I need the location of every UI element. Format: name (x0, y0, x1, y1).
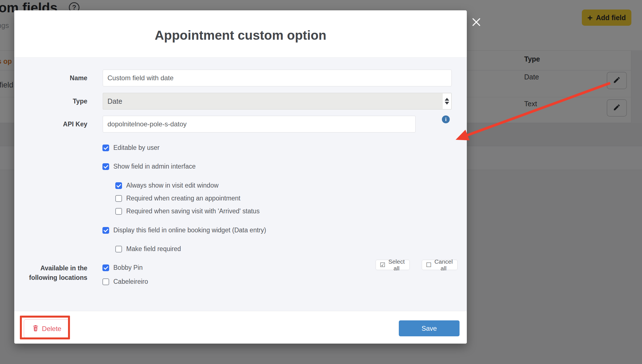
appointment-custom-option-dialog: Appointment custom option Name Type Date… (14, 10, 467, 344)
checkbox-icon[interactable] (115, 246, 122, 252)
checkbox-location-bobby-pin[interactable]: Bobby Pin (102, 264, 143, 271)
dialog-title: Appointment custom option (14, 28, 467, 43)
checkbox-icon[interactable] (102, 278, 109, 285)
checkbox-icon[interactable] (102, 163, 109, 170)
info-icon[interactable]: i (442, 115, 450, 123)
checkbox-editable-by-user[interactable]: Editable by user (102, 144, 160, 152)
name-input[interactable] (103, 70, 452, 86)
trash-icon (32, 324, 39, 333)
api-key-input[interactable] (103, 116, 416, 133)
delete-button[interactable]: Delete (24, 319, 69, 338)
cancel-all-button[interactable]: ☐ Cancel all (422, 260, 458, 270)
type-select-value: Date (107, 97, 122, 105)
select-spinner-icon (443, 93, 451, 109)
checkbox-required-arrived[interactable]: Required when saving visit with 'Arrived… (115, 207, 260, 215)
select-all-button[interactable]: ☑ Select all (376, 260, 410, 270)
screen: Custom fields ? Settings + Add field ls … (0, 0, 642, 364)
close-icon[interactable] (470, 16, 482, 28)
type-label: Type (14, 98, 87, 105)
checkbox-show-in-admin[interactable]: Show field in admin interface (102, 163, 196, 170)
empty-square-icon: ☐ (426, 262, 432, 268)
checkbox-icon[interactable] (102, 145, 109, 151)
locations-label: Available in the following locations (14, 263, 87, 282)
checkbox-icon[interactable] (115, 208, 122, 215)
checkbox-make-field-required[interactable]: Make field required (115, 245, 181, 253)
checkbox-required-creating[interactable]: Required when creating an appointment (115, 195, 240, 202)
checkbox-icon[interactable] (115, 182, 122, 189)
checked-square-icon: ☑ (380, 262, 385, 268)
checkbox-icon[interactable] (102, 227, 109, 234)
checkbox-icon[interactable] (102, 264, 109, 271)
checkbox-always-show-visit-edit[interactable]: Always show in visit edit window (115, 182, 219, 189)
save-button[interactable]: Save (399, 320, 460, 336)
checkbox-icon[interactable] (115, 195, 122, 202)
api-key-label: API Key (14, 120, 87, 128)
name-label: Name (14, 74, 87, 82)
type-select[interactable]: Date (103, 93, 452, 110)
checkbox-location-cabeleireiro[interactable]: Cabeleireiro (102, 278, 148, 285)
checkbox-display-online-booking[interactable]: Display this field in online booking wid… (102, 226, 266, 234)
